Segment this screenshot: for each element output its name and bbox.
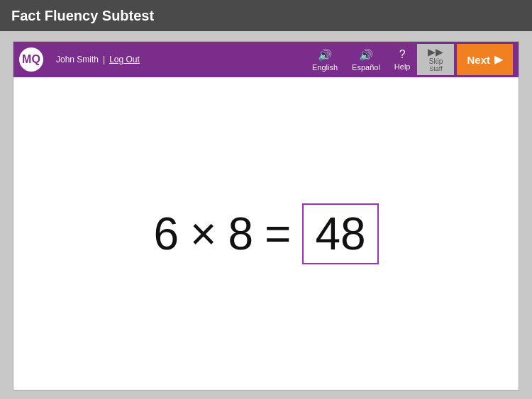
question-area: 6 × 8 = 48 (13, 77, 519, 390)
next-arrow-icon: ▶ (494, 53, 503, 66)
speaker-espanol-icon: 🔊 (359, 48, 373, 62)
username-label: John Smith (56, 55, 99, 64)
divider: | (103, 55, 105, 64)
main-container: MQ John Smith | Log Out 🔊 English 🔊 Espa… (13, 41, 519, 390)
english-button[interactable]: 🔊 English (306, 45, 343, 74)
help-icon: ? (399, 48, 406, 61)
operand2: 8 (228, 208, 253, 260)
skip-label: Skip (429, 57, 443, 65)
app-logo: MQ (19, 47, 43, 72)
logout-link[interactable]: Log Out (109, 55, 140, 64)
skip-button[interactable]: ▶▶ Skip Staff (417, 44, 454, 75)
math-expression: 6 × 8 = 48 (153, 203, 378, 264)
help-button[interactable]: ? Help (389, 45, 416, 74)
title-bar: Fact Fluency Subtest (0, 0, 532, 31)
answer-box[interactable]: 48 (302, 203, 378, 264)
skip-arrows-icon: ▶▶ (428, 47, 443, 57)
equals-sign: = (265, 208, 291, 260)
speaker-english-icon: 🔊 (318, 48, 332, 62)
logo-area: MQ (19, 47, 43, 72)
user-info: John Smith | Log Out (56, 55, 140, 64)
page-title: Fact Fluency Subtest (11, 8, 154, 24)
nav-bar: MQ John Smith | Log Out 🔊 English 🔊 Espa… (13, 42, 519, 77)
next-button[interactable]: Next ▶ (457, 44, 513, 75)
operator: × (190, 208, 216, 260)
espanol-button[interactable]: 🔊 Español (346, 45, 386, 74)
skip-sub-label: Staff (429, 65, 442, 72)
operand1: 6 (153, 208, 179, 260)
